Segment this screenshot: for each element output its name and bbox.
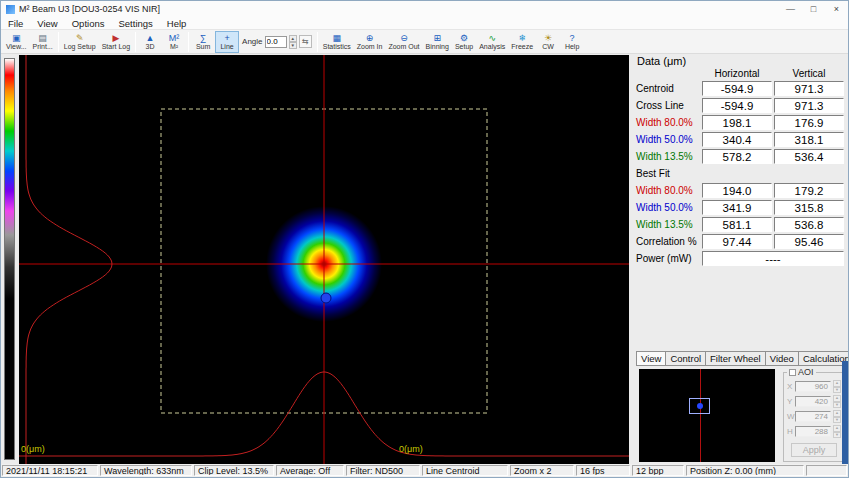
aoi-h-spinner[interactable]: ▲ ▼	[833, 425, 841, 438]
spin-up-icon[interactable]: ▲	[289, 35, 297, 42]
freeze-button[interactable]: ❄ Freeze	[508, 31, 536, 53]
vertical-scrollbar[interactable]	[842, 361, 848, 478]
status-position-z: Position Z: 0.00 (mm)	[686, 465, 804, 476]
spin-down-icon[interactable]: ▼	[833, 387, 841, 394]
view-button[interactable]: ▣ View...	[3, 31, 30, 53]
aoi-x-label: X	[787, 382, 793, 391]
start-log-button[interactable]: ▶ Start Log	[99, 31, 133, 53]
spin-down-icon[interactable]: ▼	[833, 417, 841, 424]
menu-file[interactable]: File	[1, 18, 30, 29]
aoi-checkbox[interactable]	[789, 369, 796, 376]
analysis-icon: ∿	[488, 33, 496, 43]
row-label: Correlation %	[634, 236, 700, 247]
3d-button[interactable]: ▲ 3D	[138, 31, 162, 53]
panel-tabs: View Control Filter Wheel Video Calculat…	[636, 351, 849, 366]
aoi-y-input[interactable]: 420	[795, 396, 831, 407]
cw-label: CW	[542, 43, 554, 51]
value-cell-vertical: 179.2	[774, 183, 844, 198]
binning-button[interactable]: ⊞ Binning	[423, 31, 452, 53]
3d-label: 3D	[146, 43, 155, 51]
analysis-button[interactable]: ∿ Analysis	[476, 31, 508, 53]
aoi-field-w: W 274 ▲ ▼	[787, 410, 841, 423]
axis-zero-label-left: 0(μm)	[21, 444, 45, 454]
table-row: Power (mW) ----	[634, 250, 844, 267]
aoi-h-input[interactable]: 288	[795, 426, 831, 437]
m2-button[interactable]: M² M²	[162, 31, 186, 53]
status-bar: 2021/11/11 18:15:21 Wavelength: 633nm Cl…	[1, 464, 848, 477]
tab-control[interactable]: Control	[666, 351, 706, 366]
beam-display[interactable]: 0(μm) 0(μm)	[19, 55, 629, 465]
spin-down-icon[interactable]: ▼	[289, 42, 297, 49]
line-button[interactable]: + Line	[215, 31, 239, 53]
setup-label: Setup	[455, 43, 473, 51]
aoi-x-input[interactable]: 960	[795, 381, 831, 392]
value-cell-horizontal: 340.4	[702, 132, 772, 147]
angle-spinner[interactable]: ▲ ▼	[289, 35, 297, 49]
status-line-centroid: Line Centroid	[422, 465, 508, 476]
m2-label: M²	[170, 43, 178, 51]
log-setup-label: Log Setup	[64, 43, 96, 51]
camera-preview[interactable]	[639, 369, 775, 462]
zoom-in-icon: ⊕	[366, 33, 374, 43]
menu-help[interactable]: Help	[160, 18, 194, 29]
zoom-out-button[interactable]: ⊖ Zoom Out	[385, 31, 422, 53]
table-section-row: Best Fit	[634, 165, 844, 182]
column-header-vertical: Vertical	[774, 68, 844, 79]
aoi-x-spinner[interactable]: ▲ ▼	[833, 380, 841, 393]
line-icon: +	[224, 33, 229, 43]
minimize-button[interactable]: —	[779, 1, 802, 17]
zoom-in-button[interactable]: ⊕ Zoom In	[354, 31, 386, 53]
aoi-w-label: W	[787, 412, 793, 421]
aoi-label: AOI	[798, 367, 814, 377]
cw-icon: ☀	[544, 33, 552, 43]
setup-button[interactable]: ⚙ Setup	[452, 31, 476, 53]
tab-view[interactable]: View	[636, 351, 666, 366]
sum-button[interactable]: ∑ Sum	[191, 31, 215, 53]
status-average: Average: Off	[276, 465, 344, 476]
aoi-w-input[interactable]: 274	[795, 411, 831, 422]
binning-icon: ⊞	[433, 33, 441, 43]
value-cell-horizontal: 194.0	[702, 183, 772, 198]
spin-down-icon[interactable]: ▼	[833, 402, 841, 409]
menu-options[interactable]: Options	[65, 18, 112, 29]
value-cell-vertical: 95.46	[774, 234, 844, 249]
value-cell-vertical: 536.8	[774, 217, 844, 232]
statistics-button[interactable]: ▦ Statistics	[320, 31, 354, 53]
angle-input[interactable]	[265, 36, 287, 48]
menu-settings[interactable]: Settings	[111, 18, 159, 29]
cw-button[interactable]: ☀ CW	[536, 31, 560, 53]
toolbar-separator	[58, 32, 59, 52]
tab-video[interactable]: Video	[766, 351, 799, 366]
aoi-group: AOI X 960 ▲ ▼ Y 420	[783, 372, 845, 462]
angle-step-icon[interactable]: ⇆	[299, 35, 312, 48]
log-setup-button[interactable]: ✎ Log Setup	[61, 31, 99, 53]
help-button[interactable]: ? Help	[560, 31, 584, 53]
status-filler	[806, 465, 847, 476]
toolbar-separator	[317, 32, 318, 52]
status-fps: 16 fps	[576, 465, 630, 476]
main-area: 0(μm) 0(μm) Data (μm) Horizontal Vertica…	[1, 54, 848, 466]
value-cell-horizontal: -594.9	[702, 98, 772, 113]
statistics-icon: ▦	[332, 33, 341, 43]
aoi-w-spinner[interactable]: ▲ ▼	[833, 410, 841, 423]
tab-filter-wheel[interactable]: Filter Wheel	[706, 351, 766, 366]
aoi-apply-button[interactable]: Apply	[791, 443, 837, 457]
aoi-field-x: X 960 ▲ ▼	[787, 380, 841, 393]
maximize-button[interactable]: □	[802, 1, 825, 17]
row-label: Width 13.5%	[634, 151, 700, 162]
status-filter: Filter: ND500	[346, 465, 420, 476]
value-cell-vertical: 318.1	[774, 132, 844, 147]
table-row: Width 50.0% 341.9 315.8	[634, 199, 844, 216]
spin-down-icon[interactable]: ▼	[833, 432, 841, 439]
aoi-field-h: H 288 ▲ ▼	[787, 425, 841, 438]
aoi-y-spinner[interactable]: ▲ ▼	[833, 395, 841, 408]
table-header-row: Horizontal Vertical	[634, 67, 844, 80]
beam-display-canvas[interactable]	[19, 55, 629, 465]
menu-view[interactable]: View	[30, 18, 64, 29]
close-button[interactable]: ×	[825, 1, 848, 17]
print-button[interactable]: ▤ Print...	[30, 31, 56, 53]
zoom-out-label: Zoom Out	[388, 43, 419, 51]
freeze-snowflake-icon: ❄	[518, 33, 526, 43]
table-row: Width 13.5% 581.1 536.8	[634, 216, 844, 233]
app-window: M² Beam U3 [DOU3-0254 VIS NIR] — □ × Fil…	[0, 0, 849, 478]
